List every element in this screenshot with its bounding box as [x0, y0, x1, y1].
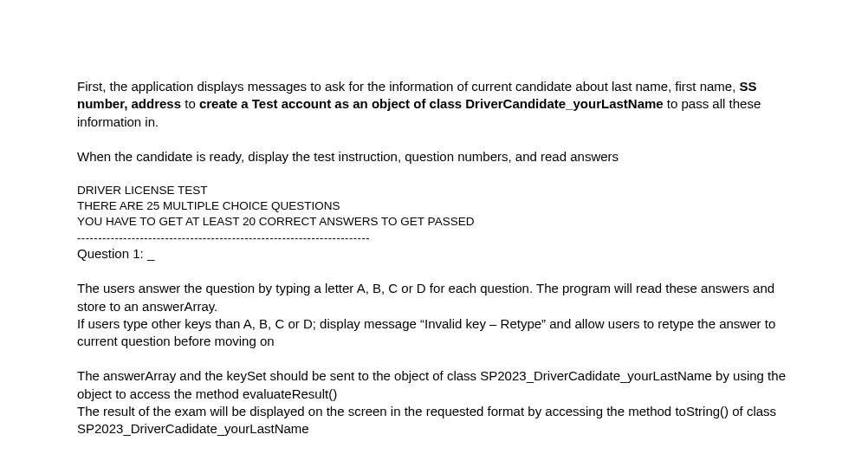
- result-instr-1: The answerArray and the keySet should be…: [77, 367, 791, 403]
- ready-paragraph: When the candidate is ready, display the…: [77, 148, 791, 165]
- test-line2: THERE ARE 25 MULTIPLE CHOICE QUESTIONS: [77, 198, 791, 214]
- divider-dashes: ----------------------------------------…: [77, 230, 791, 246]
- test-title: DRIVER LICENSE TEST: [77, 183, 791, 198]
- intro-bold-2: create a Test account as an object of cl…: [199, 96, 664, 111]
- intro-paragraph: First, the application displays messages…: [77, 78, 791, 131]
- answer-instr-2: If users type other keys than A, B, C or…: [77, 315, 791, 351]
- answer-instr-1: The users answer the question by typing …: [77, 280, 791, 315]
- intro-text-2: to: [181, 96, 199, 111]
- test-line3: YOU HAVE TO GET AT LEAST 20 CORRECT ANSW…: [77, 214, 791, 230]
- question-prompt: Question 1: _: [77, 245, 791, 263]
- intro-text-1: First, the application displays messages…: [77, 79, 740, 94]
- result-instr-2: The result of the exam will be displayed…: [77, 403, 791, 438]
